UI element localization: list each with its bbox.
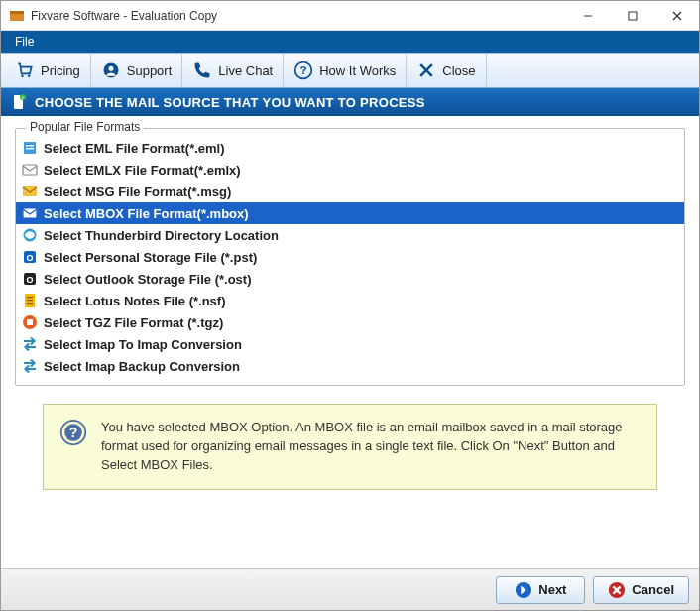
format-item[interactable]: Select Thunderbird Directory Location xyxy=(16,224,684,246)
menu-file[interactable]: File xyxy=(7,33,42,51)
format-label: Select EML File Format(*.eml) xyxy=(44,141,225,156)
minimize-button[interactable] xyxy=(565,1,610,31)
toolbar-label: Pricing xyxy=(41,63,80,78)
format-item[interactable]: Select EML File Format(*.eml) xyxy=(16,137,684,159)
cart-icon xyxy=(15,61,35,80)
menubar: File xyxy=(1,31,699,53)
svg-rect-1 xyxy=(10,11,24,14)
app-icon xyxy=(9,8,25,24)
format-label: Select TGZ File Format (*.tgz) xyxy=(44,315,223,330)
support-icon xyxy=(101,61,121,80)
svg-point-6 xyxy=(21,75,24,78)
format-item[interactable]: OSelect Personal Storage File (*.pst) xyxy=(16,246,684,268)
format-icon xyxy=(22,183,38,199)
svg-rect-19 xyxy=(26,148,34,150)
format-label: Select Imap To Imap Conversion xyxy=(44,337,242,352)
format-list: Select EML File Format(*.eml)Select EMLX… xyxy=(16,137,684,377)
svg-rect-30 xyxy=(27,300,33,301)
svg-rect-18 xyxy=(26,145,34,147)
button-label: Next xyxy=(538,582,566,597)
cancel-icon xyxy=(608,581,626,599)
content-area: Popular File Formats Select EML File For… xyxy=(1,116,699,568)
format-item[interactable]: Select MBOX File Format(*.mbox) xyxy=(16,202,684,224)
titlebar: Fixvare Software - Evaluation Copy xyxy=(1,1,699,31)
toolbar-label: Support xyxy=(127,63,173,78)
format-label: Select EMLX File Format(*.emlx) xyxy=(44,163,241,178)
toolbar-support[interactable]: Support xyxy=(91,54,183,87)
format-icon xyxy=(22,358,38,374)
question-icon: ? xyxy=(293,61,313,80)
format-label: Select Imap Backup Conversion xyxy=(44,359,240,374)
close-window-button[interactable] xyxy=(654,1,699,31)
format-icon xyxy=(22,205,38,221)
format-item[interactable]: Select TGZ File Format (*.tgz) xyxy=(16,311,684,333)
toolbar-livechat[interactable]: Live Chat xyxy=(182,54,284,87)
format-label: Select Personal Storage File (*.pst) xyxy=(44,250,257,265)
toolbar-howitworks[interactable]: ? How It Works xyxy=(284,54,407,87)
format-icon xyxy=(22,293,38,308)
format-icon xyxy=(22,314,38,330)
toolbar-label: Close xyxy=(442,63,475,78)
format-item[interactable]: Select MSG File Format(*.msg) xyxy=(16,181,684,202)
format-icon xyxy=(22,140,38,156)
maximize-button[interactable] xyxy=(610,1,654,31)
toolbar-label: How It Works xyxy=(319,63,396,78)
window-controls xyxy=(565,1,699,31)
toolbar: Pricing Support Live Chat ? How It Works… xyxy=(1,53,699,88)
cancel-button[interactable]: Cancel xyxy=(593,576,689,604)
arrow-right-icon xyxy=(515,581,532,599)
svg-point-7 xyxy=(28,75,31,78)
format-icon: O xyxy=(22,249,38,265)
close-icon xyxy=(416,61,436,80)
phone-icon xyxy=(192,61,212,80)
format-item[interactable]: OSelect Outlook Storage File (*.ost) xyxy=(16,268,684,290)
formats-group: Popular File Formats Select EML File For… xyxy=(15,128,685,386)
svg-text:O: O xyxy=(26,275,33,285)
format-icon xyxy=(22,227,38,243)
toolbar-close[interactable]: Close xyxy=(407,54,486,87)
svg-rect-22 xyxy=(23,208,37,218)
info-icon: ? xyxy=(59,419,87,446)
svg-rect-31 xyxy=(27,303,33,304)
format-label: Select Thunderbird Directory Location xyxy=(44,228,279,243)
format-icon xyxy=(22,336,38,352)
button-label: Cancel xyxy=(632,582,674,597)
svg-text:+: + xyxy=(22,94,25,100)
next-button[interactable]: Next xyxy=(496,576,585,604)
svg-rect-21 xyxy=(23,186,37,196)
format-item[interactable]: Select Imap To Imap Conversion xyxy=(16,333,684,355)
header-strip: + CHOOSE THE MAIL SOURCE THAT YOU WANT T… xyxy=(1,88,699,116)
svg-rect-29 xyxy=(27,297,33,298)
svg-text:?: ? xyxy=(69,425,78,440)
header-title: CHOOSE THE MAIL SOURCE THAT YOU WANT TO … xyxy=(35,95,425,110)
toolbar-label: Live Chat xyxy=(218,63,273,78)
document-icon: + xyxy=(11,94,27,110)
svg-rect-20 xyxy=(23,165,37,175)
format-label: Select MSG File Format(*.msg) xyxy=(44,184,231,199)
toolbar-pricing[interactable]: Pricing xyxy=(5,54,91,87)
format-icon: O xyxy=(22,271,38,287)
format-label: Select MBOX File Format(*.mbox) xyxy=(44,206,249,221)
format-item[interactable]: Select Lotus Notes File (*.nsf) xyxy=(16,290,684,311)
format-item[interactable]: Select Imap Backup Conversion xyxy=(16,355,684,377)
group-legend: Popular File Formats xyxy=(26,120,144,134)
svg-text:?: ? xyxy=(300,63,307,76)
footer: Next Cancel xyxy=(1,568,699,610)
info-box: ? You have selected MBOX Option. An MBOX… xyxy=(43,404,657,490)
format-label: Select Lotus Notes File (*.nsf) xyxy=(44,294,225,308)
info-text: You have selected MBOX Option. An MBOX f… xyxy=(101,419,641,475)
svg-text:O: O xyxy=(26,253,33,263)
format-label: Select Outlook Storage File (*.ost) xyxy=(44,272,251,287)
svg-rect-3 xyxy=(629,12,637,20)
format-item[interactable]: Select EMLX File Format(*.emlx) xyxy=(16,159,684,181)
format-icon xyxy=(22,162,38,178)
svg-rect-33 xyxy=(27,319,33,325)
svg-point-9 xyxy=(108,66,113,71)
window-title: Fixvare Software - Evaluation Copy xyxy=(31,9,565,23)
